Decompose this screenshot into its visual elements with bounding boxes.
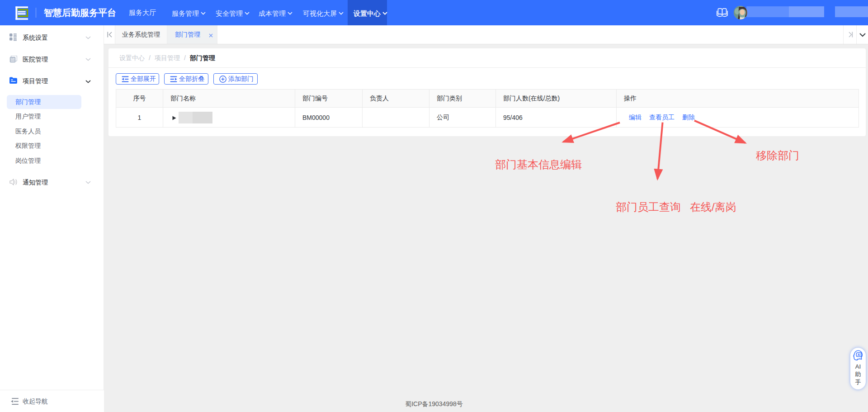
- svg-text:AI: AI: [858, 353, 861, 356]
